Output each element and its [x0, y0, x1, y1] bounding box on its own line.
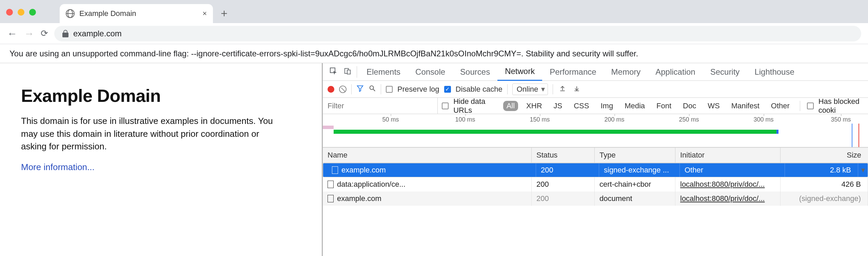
reload-button[interactable]: ⟳ — [41, 28, 48, 39]
filter-type-other[interactable]: Other — [768, 101, 793, 111]
close-tab-icon[interactable]: × — [202, 9, 207, 18]
network-toolbar: Preserve log ✓ Disable cache Online — [323, 81, 868, 98]
hide-data-urls-label: Hide data URLs — [453, 97, 493, 115]
timeline-tick: 50 ms — [382, 116, 399, 123]
timeline-tick: 150 ms — [530, 116, 550, 123]
devtools-tab-network[interactable]: Network — [497, 63, 542, 81]
devtools-tab-performance[interactable]: Performance — [542, 63, 604, 81]
network-timeline[interactable]: 50 ms100 ms150 ms200 ms250 ms300 ms350 m… — [323, 114, 868, 147]
network-table-header: Name Status Type Initiator Size — [323, 147, 868, 163]
has-blocked-cookies-label: Has blocked cooki — [818, 97, 864, 115]
col-name[interactable]: Name — [323, 148, 532, 163]
svg-point-3 — [370, 86, 374, 89]
filter-toggle-icon[interactable] — [356, 85, 364, 94]
page-viewport: Example Domain This domain is for use in… — [0, 63, 323, 256]
new-tab-button[interactable]: ＋ — [216, 5, 233, 22]
hide-data-urls-checkbox[interactable] — [442, 103, 449, 109]
filter-type-img[interactable]: Img — [597, 101, 616, 111]
devtools-tab-console[interactable]: Console — [408, 63, 453, 81]
network-row[interactable]: example.com200signed-exchange ...Other2.… — [323, 163, 868, 177]
devtools-tab-sources[interactable]: Sources — [453, 63, 497, 81]
filter-type-font[interactable]: Font — [653, 101, 675, 111]
devtools-tab-memory[interactable]: Memory — [604, 63, 648, 81]
timeline-tick: 350 ms — [831, 116, 851, 123]
filter-type-xhr[interactable]: XHR — [523, 101, 545, 111]
timeline-tick: 300 ms — [753, 116, 773, 123]
page-link[interactable]: More information... — [21, 162, 95, 172]
svg-line-4 — [373, 89, 375, 91]
download-har-icon[interactable] — [572, 85, 581, 94]
inspect-icon[interactable] — [326, 67, 340, 77]
filter-type-css[interactable]: CSS — [570, 101, 592, 111]
tab-title: Example Domain — [79, 9, 198, 18]
omnibox[interactable]: example.com — [54, 26, 861, 41]
col-initiator[interactable]: Initiator — [675, 148, 781, 163]
filter-input[interactable] — [323, 98, 438, 114]
devtools-tab-application[interactable]: Application — [648, 63, 703, 81]
window-controls — [6, 9, 36, 16]
disable-cache-label: Disable cache — [456, 85, 502, 94]
network-row[interactable]: data:application/ce...200cert-chain+cbor… — [323, 177, 868, 191]
devtools-tabs: ElementsConsoleSourcesNetworkPerformance… — [323, 63, 868, 81]
device-toggle-icon[interactable] — [340, 67, 355, 77]
lock-icon — [62, 30, 68, 37]
upload-har-icon[interactable] — [558, 85, 567, 94]
disable-cache-checkbox[interactable]: ✓ — [444, 86, 451, 93]
col-status[interactable]: Status — [532, 148, 595, 163]
filter-type-doc[interactable]: Doc — [679, 101, 699, 111]
fullscreen-window-icon[interactable] — [29, 9, 36, 16]
preserve-log-checkbox[interactable] — [386, 86, 393, 93]
timeline-tick: 250 ms — [679, 116, 699, 123]
network-row[interactable]: example.com200documentlocalhost:8080/pri… — [323, 191, 868, 206]
filter-type-all[interactable]: All — [503, 101, 518, 111]
preserve-log-label: Preserve log — [397, 85, 439, 94]
network-filter-bar: Hide data URLs AllXHRJSCSSImgMediaFontDo… — [323, 98, 868, 114]
address-bar: ← → ⟳ example.com — [0, 23, 868, 44]
filter-type-ws[interactable]: WS — [704, 101, 723, 111]
devtools-tab-security[interactable]: Security — [703, 63, 747, 81]
col-size[interactable]: Size — [781, 148, 868, 163]
filter-type-media[interactable]: Media — [621, 101, 648, 111]
col-type[interactable]: Type — [595, 148, 675, 163]
filter-type-js[interactable]: JS — [550, 101, 566, 111]
devtools-panel: ElementsConsoleSourcesNetworkPerformance… — [323, 63, 868, 256]
back-button[interactable]: ← — [7, 28, 18, 39]
timeline-tick: 200 ms — [604, 116, 624, 123]
page-paragraph: This domain is for use in illustrative e… — [21, 115, 285, 153]
browser-tab-strip: Example Domain × ＋ — [0, 0, 868, 23]
file-icon — [332, 166, 338, 174]
search-icon[interactable] — [369, 85, 376, 94]
globe-icon — [66, 9, 75, 18]
record-button[interactable] — [328, 86, 334, 93]
minimize-window-icon[interactable] — [18, 9, 24, 16]
file-icon — [328, 195, 334, 202]
devtools-tab-lighthouse[interactable]: Lighthouse — [747, 63, 802, 81]
has-blocked-cookies-checkbox[interactable] — [807, 103, 814, 109]
svg-rect-2 — [347, 70, 350, 74]
url-text: example.com — [73, 29, 122, 38]
page-heading: Example Domain — [21, 86, 307, 106]
browser-tab[interactable]: Example Domain × — [60, 4, 213, 23]
timeline-tick: 100 ms — [455, 116, 475, 123]
filter-type-manifest[interactable]: Manifest — [728, 101, 763, 111]
clear-button[interactable] — [339, 86, 347, 93]
throttling-select[interactable]: Online — [512, 84, 548, 95]
file-icon — [328, 181, 334, 188]
forward-button[interactable]: → — [24, 28, 35, 39]
infobar-warning: You are using an unsupported command-lin… — [0, 44, 868, 63]
close-window-icon[interactable] — [6, 9, 13, 16]
devtools-tab-elements[interactable]: Elements — [359, 63, 408, 81]
